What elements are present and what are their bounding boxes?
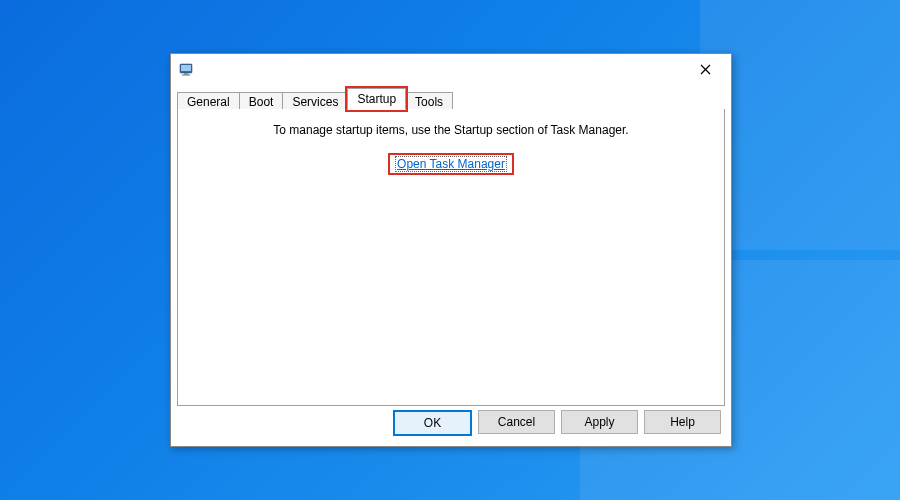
link-highlight: Open Task Manager	[388, 153, 514, 175]
apply-button[interactable]: Apply	[561, 410, 638, 434]
startup-tab-panel: To manage startup items, use the Startup…	[177, 109, 725, 406]
titlebar	[171, 54, 731, 84]
ok-button[interactable]: OK	[393, 410, 472, 436]
tab-strip: General Boot Services Startup Tools	[177, 88, 725, 110]
open-task-manager-link[interactable]: Open Task Manager	[395, 156, 507, 172]
tab-startup[interactable]: Startup	[347, 88, 406, 110]
svg-rect-1	[181, 65, 191, 71]
svg-rect-2	[184, 73, 188, 75]
app-icon	[179, 61, 195, 77]
msconfig-dialog: General Boot Services Startup Tools To m…	[170, 53, 732, 447]
help-button[interactable]: Help	[644, 410, 721, 434]
close-button[interactable]	[687, 56, 723, 82]
dialog-button-row: OK Cancel Apply Help	[393, 410, 721, 436]
cancel-button[interactable]: Cancel	[478, 410, 555, 434]
svg-rect-3	[182, 75, 190, 76]
desktop-background: General Boot Services Startup Tools To m…	[0, 0, 900, 500]
startup-info-text: To manage startup items, use the Startup…	[178, 123, 724, 137]
